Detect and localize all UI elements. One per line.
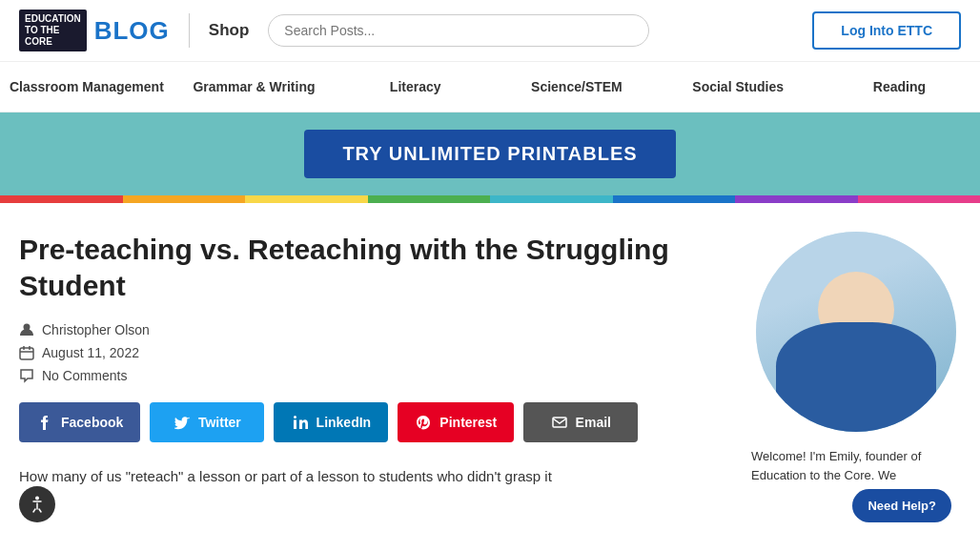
nav-item-grammar-writing[interactable]: Grammar & Writing — [174, 62, 335, 112]
color-bar-green — [368, 195, 491, 203]
comment-icon — [19, 368, 34, 383]
avatar-image — [756, 232, 956, 432]
post-body: How many of us "reteach" a lesson or par… — [19, 465, 723, 488]
date-meta: August 11, 2022 — [19, 345, 723, 360]
banner: TRY UNLIMITED PRINTABLES — [0, 112, 980, 195]
author-meta: Christopher Olson — [19, 322, 723, 337]
share-twitter-button[interactable]: Twitter — [150, 402, 264, 442]
share-email-button[interactable]: Email — [523, 402, 638, 442]
svg-rect-4 — [553, 418, 566, 427]
share-row: Facebook Twitter LinkedI — [19, 402, 723, 442]
unlimited-printables-button[interactable]: TRY UNLIMITED PRINTABLES — [304, 130, 675, 178]
color-bar — [0, 195, 980, 203]
nav-item-literacy[interactable]: Literacy — [335, 62, 496, 112]
logo-line1: EDUCATION — [25, 13, 81, 25]
color-bar-yellow — [245, 195, 368, 203]
svg-point-5 — [35, 497, 39, 500]
linkedin-icon — [292, 414, 309, 431]
share-twitter-label: Twitter — [198, 415, 241, 430]
email-icon — [551, 414, 568, 431]
color-bar-purple — [735, 195, 858, 203]
calendar-icon — [19, 345, 34, 360]
logo-box: EDUCATION TO THE CORE — [19, 10, 87, 51]
nav-item-reading[interactable]: Reading — [819, 62, 980, 112]
color-bar-red — [0, 195, 123, 203]
header-divider — [189, 13, 190, 48]
search-input[interactable] — [268, 14, 649, 47]
color-bar-orange — [123, 195, 246, 203]
shop-link[interactable]: Shop — [209, 21, 250, 40]
svg-point-3 — [294, 416, 296, 418]
logo-line3: CORE — [25, 36, 81, 48]
header: EDUCATION TO THE CORE BLOG Shop Log Into… — [0, 0, 980, 61]
post-title: Pre-teaching vs. Reteaching with the Str… — [19, 232, 723, 303]
login-button[interactable]: Log Into ETTC — [812, 11, 961, 50]
author-avatar — [756, 232, 956, 432]
author-name: Christopher Olson — [42, 322, 150, 337]
post-date: August 11, 2022 — [42, 345, 139, 360]
share-linkedin-label: LinkedIn — [316, 415, 372, 430]
share-linkedin-button[interactable]: LinkedIn — [274, 402, 388, 442]
post-meta: Christopher Olson August 11, 2022 No — [19, 322, 723, 383]
pinterest-icon — [415, 414, 432, 431]
need-help-button[interactable]: Need Help? — [852, 489, 951, 507]
logo-line2: TO THE — [25, 25, 81, 36]
post-comments: No Comments — [42, 368, 127, 383]
svg-rect-2 — [294, 420, 296, 430]
comments-meta: No Comments — [19, 368, 723, 383]
blog-label: BLOG — [94, 16, 170, 46]
nav-item-classroom-management[interactable]: Classroom Management — [0, 62, 174, 112]
post-content: Pre-teaching vs. Reteaching with the Str… — [19, 232, 723, 488]
main-content: Pre-teaching vs. Reteaching with the Str… — [0, 203, 980, 507]
color-bar-pink — [858, 195, 981, 203]
twitter-icon — [174, 414, 191, 431]
share-pinterest-button[interactable]: Pinterest — [398, 402, 514, 442]
nav-item-science-stem[interactable]: Science/STEM — [496, 62, 657, 112]
color-bar-teal — [490, 195, 613, 203]
share-facebook-label: Facebook — [61, 415, 123, 430]
sidebar-welcome-text: Welcome! I'm Emily, founder of Education… — [751, 447, 961, 484]
author-icon — [19, 322, 34, 337]
svg-rect-1 — [20, 348, 33, 359]
main-nav: Classroom Management Grammar & Writing L… — [0, 61, 980, 112]
color-bar-blue — [613, 195, 736, 203]
sidebar: Welcome! I'm Emily, founder of Education… — [751, 232, 961, 488]
share-facebook-button[interactable]: Facebook — [19, 402, 140, 442]
logo-area: EDUCATION TO THE CORE BLOG — [19, 10, 170, 51]
facebook-icon — [36, 414, 53, 431]
nav-item-social-studies[interactable]: Social Studies — [658, 62, 819, 112]
share-pinterest-label: Pinterest — [439, 415, 497, 430]
share-email-label: Email — [576, 415, 611, 430]
